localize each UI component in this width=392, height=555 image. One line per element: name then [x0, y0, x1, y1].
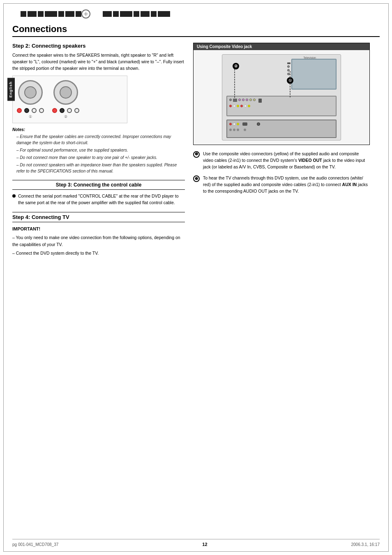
port-dot: [253, 99, 256, 101]
port-yellow: [237, 105, 239, 107]
footer-left: pg 001-041_MCD708_37: [12, 542, 58, 547]
port-dot: [229, 123, 232, 125]
important-label: IMPORTANT!: [12, 226, 185, 233]
notes-section: Notes: – Ensure that the speaker cables …: [12, 127, 185, 174]
header-seg: [141, 11, 150, 17]
composite-title: Using Composite Video jack: [194, 43, 369, 50]
port-red: [240, 105, 243, 107]
speaker-circle-2: [53, 80, 78, 105]
sidebar-language-tab: English: [7, 78, 15, 101]
composite-diagram: Television ①: [194, 50, 369, 145]
tv-port: [287, 65, 290, 68]
dvd-unit-bottom: [226, 120, 337, 138]
step2-header: Step 2: Connecting speakers: [12, 43, 185, 49]
speaker-circle-1: [18, 80, 43, 105]
tv-screen: [291, 59, 337, 90]
header-seg: [58, 11, 64, 17]
port-red: [229, 105, 232, 107]
header-seg: [134, 11, 139, 17]
two-column-layout: Step 2: Connecting speakers Connect the …: [12, 43, 380, 257]
port-dot: [249, 99, 252, 101]
header-seg: [151, 11, 157, 17]
terminal-extra: [39, 108, 44, 113]
speaker-inner-2: [60, 86, 72, 99]
port-dot: [246, 99, 248, 101]
step2-body: Connect the speaker wires to the SPEAKER…: [12, 52, 185, 71]
header-seg: [45, 11, 57, 17]
port-dot: [242, 99, 244, 101]
speaker-label-1: ①: [29, 115, 32, 119]
port-slot: [233, 99, 237, 102]
note-item-4: – Do not connect speakers with an impeda…: [12, 162, 185, 174]
step4-header: Step 4: Connecting TV: [12, 212, 185, 222]
port-yellow: [248, 105, 250, 107]
main-content: Connections Step 2: Connecting speakers …: [0, 20, 392, 269]
numbered-item-1: ❶ Use the composite video connectors (ye…: [193, 151, 370, 170]
item1-text: Use the composite video connectors (yell…: [203, 151, 370, 170]
badge-2: ②: [233, 63, 239, 69]
header-seg: [38, 11, 44, 17]
speaker-label-2: ②: [64, 115, 67, 119]
tv-port: [287, 62, 291, 64]
step3-header: Step 3: Connecting the control cable: [12, 180, 185, 190]
device-illustration: Television ①: [222, 54, 341, 140]
num-circle-2: ❷: [193, 175, 200, 182]
port-dot: [229, 129, 232, 131]
port-dot: [238, 99, 241, 101]
tv-ports: [286, 61, 292, 77]
note-item-3: – Do not connect more than one speaker t…: [12, 154, 185, 161]
page-title: Connections: [12, 24, 380, 37]
step3-body: Connect the serial port marked "CONTROL …: [12, 193, 185, 206]
page-number: 12: [202, 542, 207, 547]
header-seg: [120, 11, 132, 17]
header-seg: [28, 11, 37, 17]
speaker-item-2: ②: [52, 80, 79, 119]
badge-1: ①: [287, 77, 293, 84]
note-item-1: – Ensure that the speaker cables are cor…: [12, 134, 185, 146]
speaker-terminals-1: [17, 108, 44, 113]
num-circle-1: ❶: [193, 151, 200, 158]
port-dot: [233, 129, 235, 131]
header-seg: [103, 11, 112, 17]
crosshair-icon: [81, 9, 90, 18]
tv-port: [287, 69, 290, 71]
terminal-positive: [52, 108, 57, 113]
port-dot: [244, 129, 246, 131]
speaker-terminals-2: [52, 108, 79, 113]
terminal-extra: [32, 108, 37, 113]
terminal-extra: [67, 108, 72, 113]
header-segments-left: [21, 11, 81, 17]
item1-bold: VIDEO OUT: [298, 158, 322, 163]
note-item-2: – For optimal sound performance, use the…: [12, 147, 185, 153]
port-dot: [237, 129, 239, 131]
header-seg: [76, 11, 81, 17]
step3-text: Connect the serial port marked "CONTROL …: [18, 193, 185, 206]
terminal-negative: [24, 108, 29, 113]
speaker-item-1: ①: [17, 80, 44, 119]
port-slot: [258, 99, 262, 103]
step3-section: Step 3: Connecting the control cable Con…: [12, 180, 185, 206]
step4-text-1: – You only need to make one video connec…: [12, 234, 185, 248]
header-seg: [65, 11, 74, 17]
composite-video-box: Using Composite Video jack Television: [193, 43, 370, 145]
bullet-icon: [12, 194, 16, 198]
port-dot: [233, 123, 235, 125]
right-column: Using Composite Video jack Television: [193, 43, 370, 257]
header-segments-right: [103, 11, 170, 17]
step4-section: Step 4: Connecting TV IMPORTANT! – You o…: [12, 212, 185, 257]
port-slot: [242, 122, 247, 126]
step4-body: IMPORTANT! – You only need to make one v…: [12, 226, 185, 257]
numbered-item-2: ❷ To hear the TV channels through this D…: [193, 175, 370, 194]
header-seg: [113, 11, 119, 17]
port-dot: [237, 123, 239, 125]
item2-bold: AUX IN: [342, 182, 357, 187]
left-column: Step 2: Connecting speakers Connect the …: [12, 43, 185, 257]
item2-text: To hear the TV channels through this DVD…: [203, 175, 370, 194]
terminal-extra: [74, 108, 79, 113]
header-bar: [8, 8, 384, 20]
speaker-illustration: ① ②: [12, 76, 127, 123]
port-dot: [229, 99, 232, 101]
page-footer: pg 001-041_MCD708_37 12 2006.3.1, 16:17: [12, 539, 380, 547]
terminal-negative: [60, 108, 65, 113]
port-white: [244, 105, 247, 107]
